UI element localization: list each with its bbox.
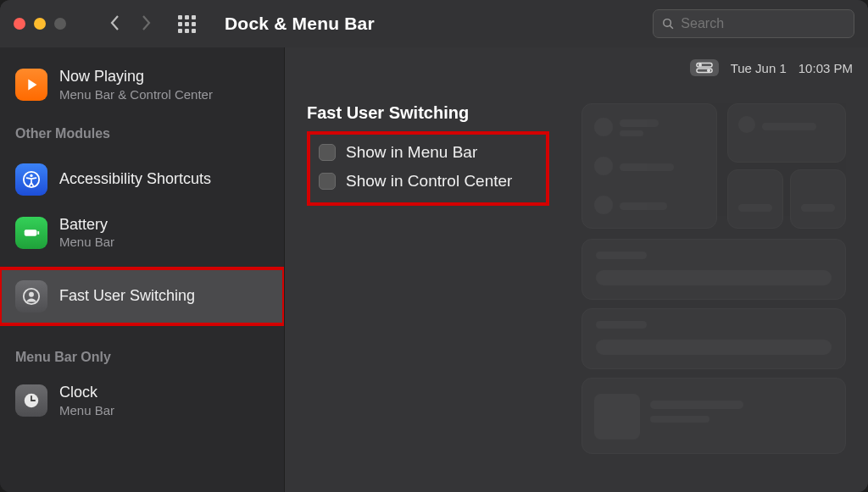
battery-icon — [15, 217, 47, 249]
checkbox-label: Show in Menu Bar — [346, 143, 477, 162]
show-all-icon[interactable] — [178, 15, 196, 33]
sidebar-section-mb-only: Menu Bar Only — [0, 334, 284, 375]
user-icon — [15, 280, 47, 312]
svg-point-15 — [707, 69, 709, 72]
window-title: Dock & Menu Bar — [225, 14, 375, 34]
sidebar: Now Playing Menu Bar & Control Center Ot… — [0, 47, 284, 492]
sidebar-item-now-playing[interactable]: Now Playing Menu Bar & Control Center — [0, 59, 284, 111]
preferences-window: Dock & Menu Bar Now Playing Menu Bar & C… — [0, 0, 868, 492]
zoom-button[interactable] — [54, 18, 66, 30]
svg-point-8 — [29, 292, 34, 297]
search-icon — [662, 17, 674, 30]
settings-group: Fast User Switching Show in Menu Bar Sho… — [307, 103, 549, 206]
window-controls — [14, 18, 66, 30]
sidebar-item-label: Accessibility Shortcuts — [59, 170, 211, 189]
svg-rect-6 — [37, 231, 39, 235]
checkbox-show-in-control-center[interactable]: Show in Control Center — [314, 167, 541, 196]
sidebar-section-other: Other Modules — [0, 111, 284, 152]
svg-point-0 — [664, 19, 671, 27]
sidebar-item-label: Now Playing — [59, 68, 213, 86]
checkbox-icon[interactable] — [319, 173, 336, 190]
sidebar-item-fast-user-switching[interactable]: Fast User Switching — [0, 268, 284, 324]
sidebar-item-accessibility-shortcuts[interactable]: Accessibility Shortcuts — [0, 152, 284, 207]
sidebar-item-sublabel: Menu Bar & Control Center — [59, 87, 213, 102]
menubar-preview: Tue Jun 1 10:03 PM — [690, 59, 853, 76]
svg-line-1 — [670, 25, 673, 29]
svg-rect-5 — [25, 229, 37, 235]
settings-heading: Fast User Switching — [307, 103, 549, 123]
checkbox-show-in-menu-bar[interactable]: Show in Menu Bar — [314, 138, 541, 167]
main-panel: Tue Jun 1 10:03 PM Fast User Switching S… — [284, 47, 868, 492]
menubar-time[interactable]: 10:03 PM — [798, 61, 853, 75]
back-button[interactable] — [108, 14, 122, 34]
checkbox-icon[interactable] — [319, 144, 336, 161]
play-icon — [15, 69, 47, 101]
nav-arrows — [108, 14, 153, 34]
search-field[interactable] — [653, 9, 854, 38]
control-center-preview — [581, 91, 856, 480]
clock-icon — [15, 384, 47, 417]
svg-point-4 — [30, 174, 32, 176]
minimize-button[interactable] — [34, 18, 46, 30]
sidebar-item-label: Fast User Switching — [59, 287, 195, 306]
forward-button — [139, 14, 153, 34]
sidebar-item-label: Battery — [59, 216, 114, 235]
titlebar: Dock & Menu Bar — [0, 0, 868, 47]
sidebar-item-sublabel: Menu Bar — [59, 235, 114, 250]
svg-point-13 — [698, 64, 701, 67]
highlighted-checkboxes: Show in Menu Bar Show in Control Center — [307, 131, 549, 206]
sidebar-item-clock[interactable]: Clock Menu Bar — [0, 375, 284, 427]
checkbox-label: Show in Control Center — [346, 172, 512, 191]
sidebar-item-sublabel: Menu Bar — [59, 403, 114, 418]
close-button[interactable] — [14, 18, 25, 30]
search-input[interactable] — [681, 16, 845, 31]
sidebar-item-battery[interactable]: Battery Menu Bar — [0, 207, 284, 259]
sidebar-item-label: Clock — [59, 384, 114, 402]
accessibility-icon — [15, 163, 47, 196]
control-center-icon[interactable] — [690, 59, 719, 76]
svg-marker-2 — [28, 80, 36, 91]
menubar-date[interactable]: Tue Jun 1 — [731, 61, 787, 75]
